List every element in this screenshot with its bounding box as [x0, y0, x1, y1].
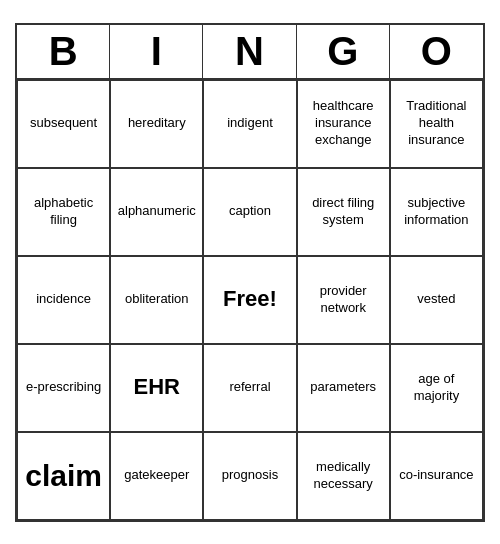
bingo-cell: Traditional health insurance	[390, 80, 483, 168]
bingo-cell: e-prescribing	[17, 344, 110, 432]
bingo-cell: vested	[390, 256, 483, 344]
header-letter: G	[297, 25, 390, 78]
bingo-cell: gatekeeper	[110, 432, 203, 520]
bingo-cell: provider network	[297, 256, 390, 344]
bingo-cell: healthcare insurance exchange	[297, 80, 390, 168]
bingo-cell: indigent	[203, 80, 296, 168]
bingo-cell: hereditary	[110, 80, 203, 168]
bingo-cell: alphabetic filing	[17, 168, 110, 256]
bingo-cell: direct filing system	[297, 168, 390, 256]
bingo-cell: age of majority	[390, 344, 483, 432]
header-letter: B	[17, 25, 110, 78]
header-letter: O	[390, 25, 483, 78]
bingo-cell: alphanumeric	[110, 168, 203, 256]
bingo-cell: obliteration	[110, 256, 203, 344]
bingo-cell: claim	[17, 432, 110, 520]
bingo-cell: Free!	[203, 256, 296, 344]
bingo-cell: subsequent	[17, 80, 110, 168]
bingo-cell: parameters	[297, 344, 390, 432]
bingo-cell: medically necessary	[297, 432, 390, 520]
bingo-cell: referral	[203, 344, 296, 432]
bingo-cell: prognosis	[203, 432, 296, 520]
bingo-cell: co-insurance	[390, 432, 483, 520]
bingo-grid: subsequenthereditaryindigenthealthcare i…	[17, 80, 483, 520]
bingo-cell: caption	[203, 168, 296, 256]
header-letter: N	[203, 25, 296, 78]
bingo-cell: EHR	[110, 344, 203, 432]
header-letter: I	[110, 25, 203, 78]
bingo-header: BINGO	[17, 25, 483, 80]
bingo-cell: incidence	[17, 256, 110, 344]
bingo-card: BINGO subsequenthereditaryindigenthealth…	[15, 23, 485, 522]
bingo-cell: subjective information	[390, 168, 483, 256]
